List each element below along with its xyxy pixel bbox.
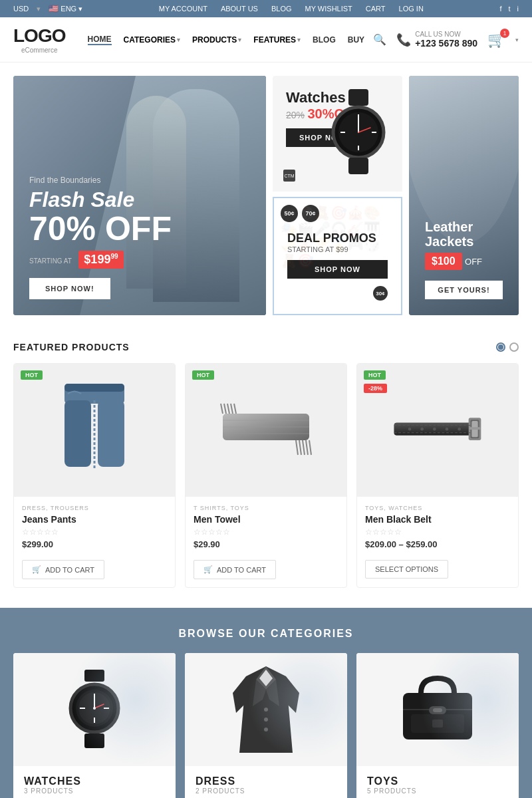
product-actions-jeans: 🛒 ADD TO CART — [14, 560, 175, 587]
nav-categories[interactable]: CATEGORIES▾ — [124, 35, 180, 45]
select-options-belt[interactable]: SELECT OPTIONS — [365, 560, 448, 579]
hero-flash-text: Flash Sale — [29, 188, 250, 212]
svg-line-26 — [309, 440, 311, 455]
nav-home[interactable]: HOME — [88, 35, 112, 45]
svg-line-25 — [306, 440, 308, 455]
product-categories-towel: T SHIRTS, TOYS — [194, 505, 338, 511]
carousel-controls — [496, 342, 519, 352]
browse-categories-section: BROWSE OUR CATEGORIES — [0, 608, 532, 798]
facebook-icon[interactable]: f — [499, 5, 501, 13]
product-image-jeans: HOT — [14, 364, 175, 497]
product-name-towel: Men Towel — [194, 514, 338, 525]
svg-line-22 — [296, 440, 298, 455]
product-card-belt: HOT -28% — [356, 363, 519, 588]
hero-section: Find the Boundaries Flash Sale 70% OFF S… — [13, 76, 519, 315]
watches-banner: Watches 20% 30%OFF SHOP NOW — [273, 76, 402, 192]
product-stars-belt: ☆☆☆☆☆ — [365, 527, 510, 537]
deal-starting: STARTING AT $99 — [287, 245, 388, 253]
header-right: 🔍 📞 CALL US NOW +123 5678 890 🛒 1 ▾ — [373, 31, 519, 49]
hero-shop-now-button[interactable]: SHOP NOW! — [29, 278, 110, 299]
top-bar: USD ▾ 🇺🇸 ENG ▾ MY ACCOUNT ABOUT US BLOG … — [0, 0, 532, 17]
phone-icon: 📞 — [396, 33, 411, 47]
cart-link-top[interactable]: CART — [366, 5, 386, 13]
add-to-cart-jeans[interactable]: 🛒 ADD TO CART — [22, 560, 104, 579]
nav-features[interactable]: FEATURES▾ — [253, 35, 301, 45]
product-card-jeans: HOT — [13, 363, 176, 588]
about-us-link[interactable]: ABOUT US — [221, 5, 258, 13]
category-image-toys — [356, 653, 519, 766]
header: LOGO eCommerce HOME CATEGORIES▾ PRODUCTS… — [0, 17, 532, 63]
hero-find-text: Find the Boundaries — [29, 176, 250, 185]
browse-title: BROWSE OUR CATEGORIES — [13, 628, 519, 640]
nav-buy[interactable]: BUY — [348, 35, 364, 45]
featured-products-section: FEATURED PRODUCTS HOT — [0, 329, 532, 595]
search-button[interactable]: 🔍 — [373, 33, 386, 46]
instagram-icon[interactable]: i — [517, 5, 519, 13]
category-label-toys: TOYS 5 PRODUCTS — [356, 766, 519, 798]
svg-rect-0 — [348, 89, 368, 106]
categories-grid: WATCHES 3 PRODUCTS — [13, 653, 519, 798]
language-selector[interactable]: 🇺🇸 ENG ▾ — [49, 4, 82, 13]
leather-banner: Leather Jackets $100 OFF GET YOURS! — [409, 76, 519, 315]
top-bar-center: MY ACCOUNT ABOUT US BLOG MY WISHLIST CAR… — [159, 5, 424, 13]
product-actions-belt: SELECT OPTIONS — [357, 560, 518, 587]
wishlist-link[interactable]: MY WISHLIST — [305, 5, 352, 13]
featured-header: FEATURED PRODUCTS — [13, 342, 519, 352]
deal-badge-3: 30¢ — [373, 286, 388, 301]
logo[interactable]: LOGO eCommerce — [13, 25, 65, 54]
svg-point-40 — [458, 428, 461, 431]
hero-off-text: 70% OFF — [29, 212, 250, 245]
hero-right-column: Watches 20% 30%OFF SHOP NOW — [273, 76, 402, 315]
svg-point-37 — [420, 428, 424, 431]
cart-button[interactable]: 🛒 1 — [487, 31, 505, 49]
products-grid: HOT — [13, 363, 519, 588]
leather-price: $100 — [425, 253, 462, 270]
cart-icon-1: 🛒 — [32, 565, 41, 574]
my-account-link[interactable]: MY ACCOUNT — [159, 5, 207, 13]
nav-products[interactable]: PRODUCTS▾ — [192, 35, 241, 45]
deal-promos-banner: 50¢ 70¢ 🎮🎲🧸🎯🎪🎨🎭🎬🎤🎧🎸🎹🎺🎻🏆🥇🎮🎲🧸🎯 DEAL PROMOS… — [273, 197, 402, 315]
leather-content: Leather Jackets $100 OFF GET YOURS! — [425, 219, 503, 299]
svg-line-24 — [303, 440, 305, 455]
product-info-jeans: DRESS, TROUSERS Jeans Pants ☆☆☆☆☆ $299.0… — [14, 497, 175, 560]
leather-title: Leather Jackets — [425, 219, 503, 249]
category-label-dress: DRESS 2 PRODUCTS — [185, 766, 347, 798]
product-tag-hot-1: HOT — [21, 370, 43, 380]
add-to-cart-towel[interactable]: 🛒 ADD TO CART — [194, 560, 276, 579]
category-label-watches: WATCHES 3 PRODUCTS — [13, 766, 176, 798]
carousel-dot-1[interactable] — [496, 342, 505, 352]
svg-point-38 — [433, 428, 436, 431]
svg-line-18 — [224, 404, 226, 414]
carousel-dot-2[interactable] — [509, 342, 519, 352]
hero-starting-text: STARTING AT — [29, 257, 72, 265]
twitter-icon[interactable]: t — [508, 5, 510, 13]
svg-line-20 — [231, 404, 233, 414]
product-tag-hot-2: HOT — [192, 370, 214, 380]
product-name-belt: Men Black Belt — [365, 514, 510, 525]
deal-title: DEAL PROMOS — [287, 231, 388, 245]
deal-badge-1: 50¢ — [281, 205, 298, 222]
hero-main-content: Find the Boundaries Flash Sale 70% OFF S… — [29, 176, 250, 299]
product-price-jeans: $299.00 — [22, 539, 167, 549]
blog-link-top[interactable]: BLOG — [271, 5, 292, 13]
nav-blog[interactable]: BLOG — [313, 35, 336, 45]
svg-point-36 — [408, 428, 412, 431]
top-bar-left: USD ▾ 🇺🇸 ENG ▾ — [13, 4, 82, 13]
category-card-toys[interactable]: TOYS 5 PRODUCTS — [356, 653, 519, 798]
product-image-belt: HOT -28% — [357, 364, 518, 497]
category-card-dress[interactable]: DRESS 2 PRODUCTS — [185, 653, 347, 798]
product-stars-jeans: ☆☆☆☆☆ — [22, 527, 167, 537]
cart-dropdown-icon[interactable]: ▾ — [515, 37, 519, 43]
svg-line-21 — [234, 404, 236, 414]
svg-rect-13 — [65, 384, 124, 392]
product-categories-belt: TOYS, WATCHES — [365, 505, 510, 511]
leather-get-yours-button[interactable]: GET YOURS! — [425, 281, 503, 299]
login-link[interactable]: LOG IN — [399, 5, 424, 13]
phone-number: +123 5678 890 — [415, 38, 477, 49]
product-image-towel: HOT — [186, 364, 346, 497]
currency-selector[interactable]: USD — [13, 5, 29, 13]
deal-shop-button[interactable]: SHOP NOW — [287, 260, 388, 279]
category-card-watches[interactable]: WATCHES 3 PRODUCTS — [13, 653, 176, 798]
svg-rect-12 — [98, 400, 124, 467]
category-image-dress — [185, 653, 347, 766]
